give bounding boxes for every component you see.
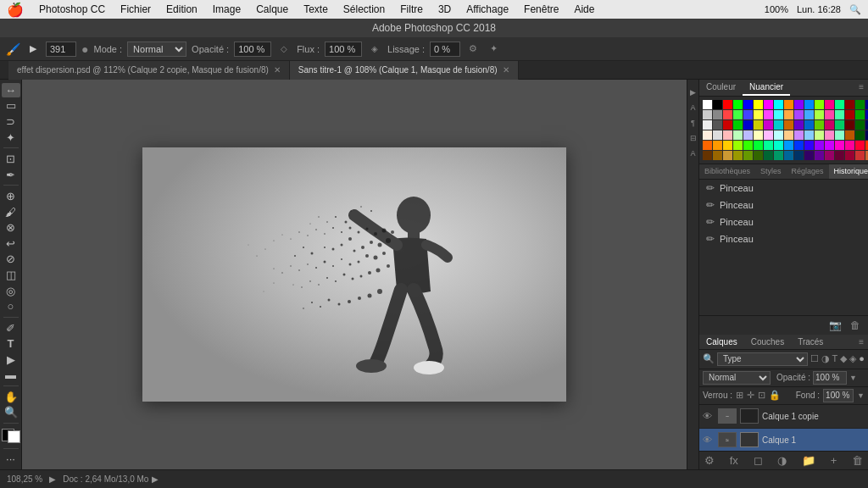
lock-artboard-btn[interactable]: ⊡ [758, 390, 765, 401]
tab-couches[interactable]: Couches [744, 335, 791, 349]
color-swatch[interactable] [804, 120, 814, 130]
background-color[interactable] [8, 430, 20, 443]
selection-rect-tool[interactable]: ▭ [2, 99, 20, 114]
color-swatch[interactable] [733, 151, 743, 160]
color-swatch[interactable] [733, 130, 743, 140]
menu-image[interactable]: Image [206, 3, 248, 15]
filter-toggle-btn[interactable]: ● [859, 353, 865, 364]
healing-tool[interactable]: ⊕ [2, 189, 20, 203]
color-swatch[interactable] [815, 151, 824, 160]
color-swatch[interactable] [733, 120, 743, 130]
tab-calques[interactable]: Calques [699, 335, 744, 349]
fond-arrow[interactable]: ▼ [857, 391, 865, 400]
tab-historique[interactable]: Historique [829, 164, 868, 179]
lasso-tool[interactable]: ⊃ [2, 114, 20, 129]
color-swatch[interactable] [825, 110, 834, 119]
color-swatch[interactable] [804, 130, 814, 140]
color-swatch[interactable] [825, 100, 834, 109]
color-swatch[interactable] [804, 100, 814, 109]
color-swatch[interactable] [794, 130, 804, 140]
color-swatch[interactable] [774, 151, 783, 160]
color-swatch[interactable] [764, 151, 773, 160]
color-swatch[interactable] [754, 120, 763, 130]
gradient-tool[interactable]: ◫ [2, 268, 20, 282]
color-swatch[interactable] [743, 151, 753, 160]
color-swatch[interactable] [743, 130, 753, 140]
color-swatch[interactable] [723, 130, 732, 140]
color-swatch[interactable] [733, 110, 743, 119]
color-swatch[interactable] [713, 110, 722, 119]
color-swatch[interactable] [764, 110, 773, 119]
apple-menu[interactable]: 🍎 [7, 2, 24, 18]
color-swatch[interactable] [804, 141, 814, 150]
color-swatch[interactable] [764, 130, 773, 140]
color-swatch[interactable] [723, 151, 732, 160]
settings-icon[interactable]: ⚙ [465, 42, 481, 57]
layers-fx-btn[interactable]: fx [730, 454, 738, 467]
tab-styles[interactable]: Styles [755, 164, 787, 179]
move-tool[interactable]: ↔ [2, 83, 20, 97]
panel-arrow-1[interactable]: ▶ [690, 88, 696, 97]
color-swatch[interactable] [774, 110, 783, 119]
color-swatch[interactable] [743, 120, 753, 130]
layers-link-btn[interactable]: ⚙ [704, 454, 715, 467]
layers-adj-btn[interactable]: ◑ [777, 454, 787, 467]
color-swatch[interactable] [794, 141, 804, 150]
brush-tool[interactable]: 🖌 [2, 205, 20, 219]
search-icon[interactable]: 🔍 [849, 4, 861, 15]
tab-nuancier[interactable]: Nuancier [743, 80, 790, 96]
lissage-input[interactable] [430, 42, 460, 57]
tab-close-sanstitre[interactable]: ✕ [503, 65, 509, 75]
layers-delete-btn[interactable]: 🗑 [852, 454, 863, 467]
color-swatch[interactable] [825, 130, 834, 140]
color-swatch[interactable] [845, 100, 854, 109]
color-swatch[interactable] [754, 141, 763, 150]
color-swatch[interactable] [794, 100, 804, 109]
color-swatch[interactable] [815, 110, 824, 119]
color-swatch[interactable] [855, 151, 865, 160]
history-item-4[interactable]: ✏ Pinceau [699, 230, 868, 247]
color-swatch[interactable] [723, 110, 732, 119]
filter-shape-btn[interactable]: ◆ [840, 353, 847, 364]
color-swatch[interactable] [804, 110, 814, 119]
history-item-3[interactable]: ✏ Pinceau [699, 214, 868, 230]
color-swatch[interactable] [815, 120, 824, 130]
layer-eye-calque1copie[interactable]: 👁 [703, 411, 715, 421]
path-select-tool[interactable]: ▶ [2, 352, 20, 367]
color-swatch[interactable] [794, 151, 804, 160]
layer-opacity-input[interactable] [813, 371, 847, 385]
color-swatch[interactable] [774, 141, 783, 150]
color-swatch[interactable] [835, 120, 844, 130]
color-swatch[interactable] [784, 100, 793, 109]
color-swatch[interactable] [733, 100, 743, 109]
color-swatch[interactable] [855, 120, 865, 130]
layers-mask-btn[interactable]: ◻ [754, 454, 763, 467]
magic-wand-tool[interactable]: ✦ [2, 130, 20, 145]
color-swatch[interactable] [835, 100, 844, 109]
layers-panel-collapse[interactable]: ≡ [854, 335, 868, 349]
layers-group-btn[interactable]: 📁 [802, 454, 815, 467]
zoom-tool[interactable]: 🔍 [2, 406, 20, 420]
color-swatch[interactable] [713, 130, 722, 140]
layer-item-calque1copie[interactable]: 👁 ~ Calque 1 copie [699, 405, 868, 429]
color-swatch[interactable] [855, 141, 865, 150]
layer-blend-select[interactable]: Normal [703, 371, 771, 385]
menu-selection[interactable]: Sélection [337, 3, 392, 15]
more-tools[interactable]: ··· [2, 452, 20, 466]
color-swatch[interactable] [815, 130, 824, 140]
color-swatch[interactable] [855, 110, 865, 119]
panel-arrow-3[interactable]: ¶ [691, 119, 695, 127]
pen-tool[interactable]: ✐ [2, 321, 20, 336]
blur-tool[interactable]: ◎ [2, 284, 20, 298]
color-swatch[interactable] [764, 100, 773, 109]
panel-arrow-5[interactable]: A [690, 149, 695, 158]
color-swatch[interactable] [825, 141, 834, 150]
color-swatch[interactable] [754, 151, 763, 160]
crop-tool[interactable]: ⊡ [2, 152, 20, 166]
color-swatch[interactable] [784, 120, 793, 130]
color-swatch[interactable] [754, 130, 763, 140]
tab-bibliotheques[interactable]: Bibliothèques [699, 164, 755, 179]
eraser-tool[interactable]: ⊘ [2, 252, 20, 267]
layer-item-calque1[interactable]: 👁 ≈ Calque 1 [699, 429, 868, 452]
panel-arrow-2[interactable]: A [690, 103, 695, 112]
